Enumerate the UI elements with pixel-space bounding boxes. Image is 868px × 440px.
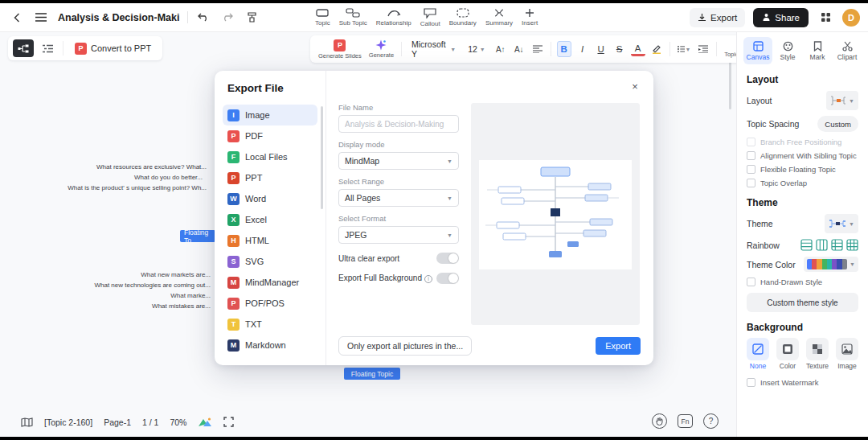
canvas-note[interactable]: What resources are exclusive? What... — [96, 163, 207, 171]
tab-style[interactable]: Style — [773, 37, 802, 64]
hand-drawn-style-checkbox[interactable]: Hand-Drawn Style — [747, 278, 858, 286]
background-image-option[interactable]: Image — [836, 338, 858, 370]
sub-topic-tool-button[interactable]: Sub Topic — [336, 6, 371, 28]
format-item-image[interactable]: I Image — [223, 105, 317, 125]
fullscreen-icon[interactable] — [223, 417, 234, 427]
background-texture-option[interactable]: Texture — [806, 338, 829, 370]
convert-to-ppt-button[interactable]: P Convert to PPT — [68, 39, 158, 57]
format-painter-icon[interactable] — [243, 9, 260, 27]
format-item-local-files[interactable]: F Local Files — [223, 146, 317, 167]
format-list-scrollbar[interactable] — [321, 106, 323, 209]
header-export-button[interactable]: Export — [690, 8, 745, 27]
topic-tool-button[interactable]: Topic — [312, 6, 334, 28]
share-button[interactable]: Share — [753, 8, 809, 27]
tab-clipart[interactable]: Clipart — [833, 37, 862, 64]
italic-button[interactable]: I — [575, 41, 590, 57]
canvas-note[interactable]: What mistakes are... — [152, 302, 211, 310]
redo-icon[interactable] — [219, 9, 236, 27]
font-family-select[interactable]: Microsoft Y▼ — [407, 40, 460, 58]
file-name-input[interactable] — [338, 115, 459, 133]
rainbow-option-icon[interactable] — [800, 239, 813, 251]
zoom-level[interactable]: 70% — [170, 417, 186, 427]
shortcut-keys-icon[interactable]: Fn — [678, 414, 693, 428]
format-item-txt[interactable]: T TXT — [223, 314, 317, 335]
tab-canvas[interactable]: Canvas — [743, 37, 772, 64]
decrease-font-icon[interactable]: A↓ — [512, 41, 526, 57]
bold-button[interactable]: B — [557, 41, 571, 57]
format-item-pdf[interactable]: P PDF — [223, 125, 317, 146]
full-background-toggle[interactable] — [436, 273, 459, 284]
topic-spacing-custom-button[interactable]: Custom — [817, 116, 858, 132]
canvas-scrollbar[interactable] — [729, 58, 731, 109]
canvas-note[interactable]: What marke... — [170, 292, 211, 299]
rainbow-option-icon[interactable] — [816, 239, 828, 251]
custom-theme-style-button[interactable]: Custom theme style — [747, 293, 858, 312]
relationship-tool-button[interactable]: Relationship — [373, 6, 415, 28]
strikethrough-button[interactable]: S — [612, 41, 627, 57]
close-icon[interactable]: × — [627, 78, 643, 94]
align-icon[interactable] — [530, 41, 545, 57]
rainbow-option-icon[interactable] — [846, 239, 858, 251]
canvas-note[interactable]: What do you do better... — [134, 174, 203, 181]
format-item-html[interactable]: H HTML — [223, 230, 317, 251]
format-item-markdown[interactable]: M Markdown — [223, 335, 317, 356]
floating-topic-node[interactable]: Floating To... — [180, 230, 215, 242]
format-item-svg[interactable]: S SVG — [223, 251, 317, 272]
floating-topic-node[interactable]: Floating Topic — [344, 368, 400, 380]
mindmap-view-button[interactable] — [13, 39, 34, 57]
background-color-option[interactable]: Color — [776, 338, 799, 370]
ultra-clear-toggle[interactable] — [436, 253, 459, 264]
list-style-button[interactable]: ▼ — [676, 41, 693, 57]
select-range-select[interactable]: All Pages▼ — [338, 189, 459, 207]
insert-watermark-checkbox[interactable]: Insert Watermark — [747, 378, 858, 387]
export-confirm-button[interactable]: Export — [596, 337, 641, 355]
insert-tool-button[interactable]: Insert — [518, 6, 541, 28]
topic-overlap-checkbox[interactable]: Topic Overlap — [747, 179, 858, 187]
theme-select[interactable]: ▼ — [825, 214, 858, 233]
back-icon[interactable] — [8, 9, 26, 27]
alignment-sibling-checkbox[interactable]: Alignment With Sibling Topic — [747, 151, 858, 160]
font-size-select[interactable]: 12▼ — [464, 40, 489, 58]
font-color-button[interactable]: A — [631, 43, 645, 56]
select-format-select[interactable]: JPEG▼ — [338, 226, 459, 244]
menu-icon[interactable] — [32, 9, 50, 27]
canvas-note[interactable]: What is the product' s unique selling po… — [68, 184, 207, 191]
canvas-note[interactable]: What new markets are... — [141, 271, 211, 278]
only-export-pictures-button[interactable]: Only export all pictures in the... — [338, 336, 472, 356]
summary-tool-button[interactable]: Summary — [482, 6, 516, 28]
background-none-option[interactable]: None — [747, 338, 769, 370]
user-avatar[interactable]: D — [842, 9, 860, 27]
tab-mark[interactable]: Mark — [803, 37, 832, 64]
highlight-button[interactable] — [649, 41, 664, 57]
underline-button[interactable]: U — [594, 41, 608, 57]
display-mode-select[interactable]: MindMap▼ — [338, 152, 459, 170]
help-icon[interactable]: ? — [703, 413, 719, 429]
flexible-floating-topic-checkbox[interactable]: Flexible Floating Topic — [747, 165, 858, 174]
outline-view-button[interactable] — [37, 39, 58, 57]
increase-font-icon[interactable]: A↑ — [493, 41, 508, 57]
apps-grid-icon[interactable] — [817, 9, 834, 27]
format-item-pof-pos[interactable]: P POF/POS — [223, 293, 317, 314]
checkbox-icon — [747, 165, 755, 174]
layout-select[interactable]: ▼ — [826, 91, 858, 110]
map-navigation-icon[interactable] — [21, 417, 33, 427]
format-item-ppt[interactable]: P PPT — [223, 167, 317, 188]
slides-icon: P — [334, 39, 346, 51]
generate-slides-button[interactable]: P Generate Slides — [317, 39, 363, 60]
callout-tool-button[interactable]: Callout — [417, 6, 444, 29]
document-title[interactable]: Analysis & Decision-Maki — [58, 12, 179, 23]
rainbow-option-icon[interactable] — [831, 239, 843, 251]
format-item-excel[interactable]: X Excel — [223, 209, 317, 230]
minimap-icon[interactable] — [198, 417, 212, 427]
indent-icon[interactable] — [696, 41, 710, 57]
format-item-word[interactable]: W Word — [223, 188, 317, 209]
page-name[interactable]: Page-1 — [104, 417, 131, 427]
branch-free-positioning-checkbox[interactable]: Branch Free Positioning — [747, 138, 858, 146]
boundary-tool-button[interactable]: Boundary — [446, 6, 480, 28]
format-item-mindmanager[interactable]: M MindManager — [223, 272, 317, 293]
canvas-note[interactable]: What new technologies are coming out... — [94, 282, 211, 289]
undo-icon[interactable] — [194, 9, 212, 27]
ai-generate-button[interactable]: Generate — [367, 39, 395, 59]
hand-tool-icon[interactable] — [652, 413, 667, 429]
theme-color-select[interactable]: ▼ — [804, 257, 858, 272]
